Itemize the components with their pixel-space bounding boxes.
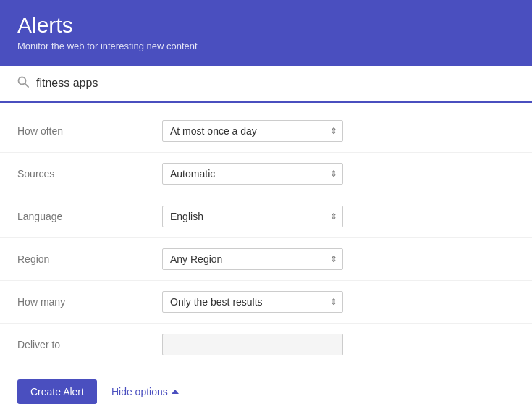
option-row-language: Language Any Language English Spanish Fr… [0, 195, 532, 238]
option-row-region: Region Any Region United States United K… [0, 238, 532, 281]
deliver-to-input[interactable] [162, 334, 343, 355]
hide-options-label: Hide options [111, 386, 168, 397]
page-subtitle: Monitor the web for interesting new cont… [17, 41, 515, 51]
footer: Create Alert Hide options [0, 366, 532, 404]
search-input[interactable] [36, 77, 515, 90]
create-alert-button[interactable]: Create Alert [17, 379, 97, 404]
option-row-sources: Sources Automatic News Blogs Web Video B… [0, 153, 532, 195]
arrow-up-icon [172, 390, 179, 394]
option-row-how-many: How many Only the best results All resul… [0, 281, 532, 324]
region-label: Region [17, 253, 162, 265]
page-title: Alerts [17, 13, 515, 38]
how-often-select-wrapper: As-it-happens At most once a day At most… [162, 120, 343, 142]
options-form: How often As-it-happens At most once a d… [0, 103, 532, 404]
region-select-wrapper: Any Region United States United Kingdom … [162, 248, 343, 270]
sources-label: Sources [17, 168, 162, 180]
svg-line-1 [25, 84, 29, 88]
header: Alerts Monitor the web for interesting n… [0, 0, 532, 66]
sources-select-wrapper: Automatic News Blogs Web Video Books Dis… [162, 163, 343, 185]
language-select[interactable]: Any Language English Spanish French Germ… [162, 206, 343, 227]
how-many-select[interactable]: Only the best results All results [162, 291, 343, 313]
sources-select[interactable]: Automatic News Blogs Web Video Books Dis… [162, 163, 343, 185]
how-many-label: How many [17, 296, 162, 308]
option-row-how-often: How often As-it-happens At most once a d… [0, 110, 532, 153]
language-label: Language [17, 211, 162, 222]
region-select[interactable]: Any Region United States United Kingdom … [162, 248, 343, 270]
language-select-wrapper: Any Language English Spanish French Germ… [162, 206, 343, 227]
search-icon [17, 76, 29, 91]
deliver-to-label: Deliver to [17, 339, 162, 350]
how-often-select[interactable]: As-it-happens At most once a day At most… [162, 120, 343, 142]
search-bar [0, 66, 532, 103]
how-often-label: How often [17, 125, 162, 137]
option-row-deliver-to: Deliver to [0, 324, 532, 366]
hide-options-link[interactable]: Hide options [111, 386, 179, 397]
how-many-select-wrapper: Only the best results All results [162, 291, 343, 313]
